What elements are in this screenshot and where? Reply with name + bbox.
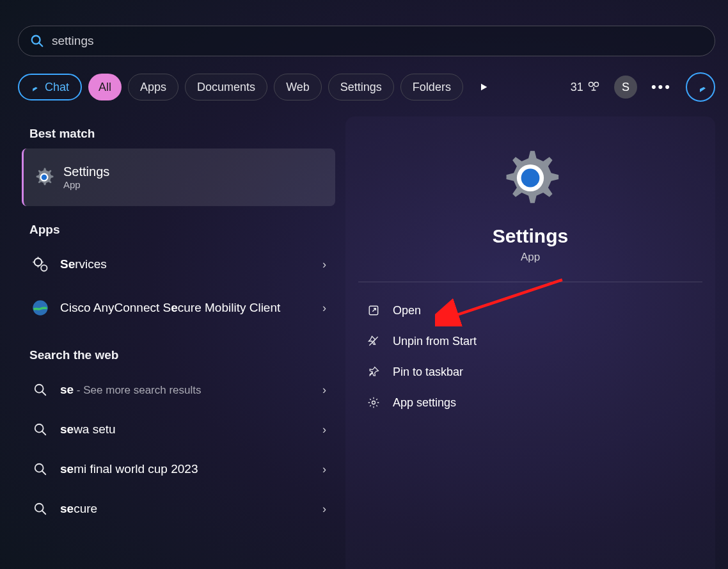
bing-chat-button[interactable] bbox=[686, 72, 715, 102]
svg-point-6 bbox=[35, 259, 42, 266]
app-item-services[interactable]: Services › bbox=[22, 244, 335, 284]
rewards-points[interactable]: 31 bbox=[571, 81, 600, 94]
apps-heading: Apps bbox=[29, 223, 335, 237]
settings-chip[interactable]: Settings bbox=[328, 74, 394, 100]
chevron-right-icon: › bbox=[322, 423, 326, 437]
web-se-label: se - See more search results bbox=[60, 383, 322, 397]
trophy-icon bbox=[587, 81, 600, 93]
web-item-semi[interactable]: semi final world cup 2023 › bbox=[22, 449, 335, 489]
action-pin[interactable]: Pin to taskbar bbox=[358, 357, 702, 387]
best-match-subtitle: App bbox=[63, 179, 109, 190]
chevron-right-icon: › bbox=[322, 383, 326, 397]
svg-point-5 bbox=[42, 175, 47, 180]
globe-icon bbox=[31, 299, 50, 317]
pin-icon bbox=[366, 365, 381, 378]
search-bar[interactable] bbox=[18, 26, 715, 56]
user-avatar[interactable]: S bbox=[614, 76, 637, 99]
web-item-sewa[interactable]: sewa setu › bbox=[22, 410, 335, 449]
chevron-right-icon: › bbox=[322, 502, 326, 516]
more-menu[interactable]: ••• bbox=[651, 79, 672, 95]
play-icon bbox=[479, 82, 489, 92]
action-open[interactable]: Open bbox=[358, 295, 702, 326]
search-icon bbox=[31, 502, 50, 516]
web-semi-label: semi final world cup 2023 bbox=[60, 462, 322, 476]
web-heading: Search the web bbox=[29, 348, 335, 362]
search-icon bbox=[30, 34, 44, 48]
svg-line-1 bbox=[39, 43, 43, 47]
search-input[interactable] bbox=[52, 34, 703, 48]
web-item-se[interactable]: se - See more search results › bbox=[22, 370, 335, 410]
search-icon bbox=[31, 422, 50, 437]
chevron-right-icon: › bbox=[322, 301, 326, 315]
divider bbox=[358, 282, 702, 282]
svg-point-25 bbox=[372, 401, 376, 405]
detail-actions: Open Unpin from Start Pin to taskbar App… bbox=[358, 295, 702, 418]
web-sewa-label: sewa setu bbox=[60, 422, 322, 437]
app-item-cisco[interactable]: Cisco AnyConnect Secure Mobility Client … bbox=[22, 284, 335, 332]
app-services-label: Services bbox=[60, 257, 322, 271]
best-match-heading: Best match bbox=[29, 127, 335, 141]
action-appsettings-label: App settings bbox=[393, 396, 456, 410]
bing-icon bbox=[27, 81, 40, 93]
unpin-icon bbox=[366, 335, 381, 348]
svg-line-20 bbox=[42, 511, 46, 515]
action-unpin-label: Unpin from Start bbox=[393, 335, 477, 348]
folders-label: Folders bbox=[413, 81, 451, 94]
action-app-settings[interactable]: App settings bbox=[358, 387, 702, 418]
best-match-row[interactable]: Settings App bbox=[22, 148, 335, 206]
svg-line-16 bbox=[42, 431, 46, 435]
settings-label: Settings bbox=[340, 81, 382, 94]
web-label: Web bbox=[286, 81, 310, 94]
action-unpin[interactable]: Unpin from Start bbox=[358, 326, 702, 357]
web-secure-label: secure bbox=[60, 502, 322, 516]
action-pin-label: Pin to taskbar bbox=[393, 365, 463, 379]
open-icon bbox=[366, 304, 381, 317]
web-chip[interactable]: Web bbox=[274, 74, 322, 100]
chat-label: Chat bbox=[45, 81, 69, 94]
gear-icon bbox=[33, 166, 56, 189]
app-cisco-label: Cisco AnyConnect Secure Mobility Client bbox=[60, 300, 322, 316]
action-open-label: Open bbox=[393, 304, 421, 317]
svg-point-22 bbox=[521, 169, 540, 188]
svg-point-2 bbox=[589, 83, 593, 87]
chevron-right-icon: › bbox=[322, 463, 326, 476]
chat-chip[interactable]: Chat bbox=[18, 74, 82, 100]
play-button[interactable] bbox=[470, 74, 498, 100]
documents-chip[interactable]: Documents bbox=[185, 74, 267, 100]
all-label: All bbox=[99, 81, 111, 94]
detail-title: Settings bbox=[345, 225, 715, 247]
gear-icon bbox=[366, 396, 381, 409]
documents-label: Documents bbox=[197, 81, 255, 94]
topbar-right: 31 S ••• bbox=[571, 72, 715, 102]
web-item-secure[interactable]: secure › bbox=[22, 489, 335, 529]
svg-point-7 bbox=[41, 265, 47, 271]
avatar-letter: S bbox=[622, 81, 629, 94]
points-number: 31 bbox=[571, 81, 583, 94]
best-match-title: Settings bbox=[63, 164, 109, 179]
svg-point-3 bbox=[594, 83, 599, 87]
detail-panel: Settings App Open Unpin from Start Pin t… bbox=[345, 116, 715, 569]
more-icon: ••• bbox=[651, 79, 672, 95]
apps-chip[interactable]: Apps bbox=[128, 74, 178, 100]
filter-row: Chat All Apps Documents Web Settings Fol… bbox=[18, 70, 715, 104]
all-chip[interactable]: All bbox=[88, 74, 122, 100]
results-column: Best match Settings App Apps Services › … bbox=[18, 116, 335, 569]
search-icon bbox=[31, 383, 50, 397]
search-icon bbox=[31, 462, 50, 476]
folders-chip[interactable]: Folders bbox=[400, 74, 463, 100]
svg-line-18 bbox=[42, 471, 46, 475]
chevron-right-icon: › bbox=[322, 258, 326, 271]
apps-label: Apps bbox=[140, 81, 166, 94]
svg-line-14 bbox=[42, 392, 46, 396]
detail-subtitle: App bbox=[345, 251, 715, 264]
gears-icon bbox=[31, 255, 50, 273]
bing-icon bbox=[693, 79, 708, 95]
gear-icon-large bbox=[345, 147, 715, 209]
